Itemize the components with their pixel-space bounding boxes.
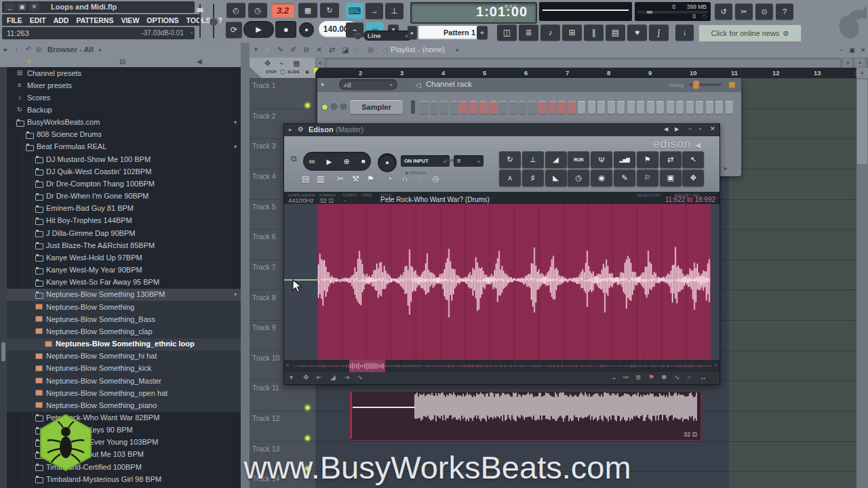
overview-right-arrow[interactable]: > [714,362,717,368]
back-icon[interactable]: ↶ [26,45,31,53]
fit-icon[interactable]: ↔ [700,373,707,381]
piano-roll-window-icon[interactable]: ♪ [540,24,560,41]
brush-icon[interactable]: ✐ [290,45,296,54]
channel-rack-window-icon[interactable]: ≣ [519,24,538,41]
zoom-icon[interactable]: ◎ [368,45,374,54]
wait-input-icon[interactable]: ◷ [248,3,267,18]
asterisk-icon[interactable]: ✱ [661,373,667,381]
playlist-close-button[interactable]: ✕ [859,46,867,54]
record-button[interactable]: ● [299,22,314,37]
countdown-arrow-icon[interactable]: → [366,3,383,19]
next-marker-icon[interactable]: ⇥ [344,373,349,381]
browser-item[interactable]: Neptunes-Blow Something_hi hat [7,350,241,363]
pan-icon[interactable]: ✥ [264,59,271,68]
browser-header-arrow[interactable]: ▸ [99,47,102,53]
browser-item[interactable]: Kanye West-My Year 90BPM [7,264,241,277]
stop-button[interactable]: ■ [275,21,296,38]
center-icon[interactable]: ⊥ [522,151,544,168]
expand-caret-icon[interactable]: ▾ [234,291,237,298]
menu-tools[interactable]: TOOLS [186,16,211,24]
step-button[interactable] [431,101,438,114]
browser-window-icon[interactable]: ⊞ [562,24,582,41]
browser-scrollbar-handle[interactable] [1,342,5,361]
cut-icon[interactable]: ✂ [735,3,753,20]
close-button[interactable]: ✕ [29,3,39,11]
pattern-prev-button[interactable]: ▸ [408,26,417,39]
step-button[interactable] [647,101,654,114]
step-button[interactable] [686,101,694,114]
convert-icon[interactable]: ⇄ [660,151,682,168]
step-button[interactable] [499,101,507,114]
step-button[interactable] [479,101,487,114]
overdub-icon[interactable]: ◴ [226,3,245,18]
browser-item[interactable]: ↻Backup [7,104,241,116]
playlist-menu-arrow[interactable]: ▸ [255,45,258,52]
playlist-window-icon[interactable]: ◫ [497,24,517,41]
undo-icon[interactable]: ↺ [715,3,732,20]
help-icon[interactable]: ? [776,3,793,20]
edison-title-bar[interactable]: ▸ ⚙ Edison (Master) ◀ ▶ − ▫ ✕ [284,124,719,136]
edison-wave-area[interactable] [284,204,719,360]
menu-file[interactable]: FILE [7,16,22,24]
snap-knob[interactable] [355,33,361,39]
time-display[interactable]: B:S:T 1:01:00 [410,2,537,24]
panel-divider[interactable] [241,43,250,488]
pencil-icon[interactable]: ✎ [277,45,283,54]
expand-caret-icon[interactable]: ▾ [234,144,237,150]
slip-icon[interactable]: ⇄ [329,45,335,54]
menu-edit[interactable]: EDIT [30,16,46,24]
step-button[interactable] [460,101,467,114]
step-button[interactable] [420,101,428,114]
plugin-picker-icon[interactable]: ♥ [627,24,647,41]
step-button[interactable] [597,101,605,114]
main-volume-handle[interactable] [197,8,203,12]
autoplay-icon[interactable]: ◀ [197,58,202,65]
pattern-selector[interactable]: Pattern 1 [418,26,482,39]
browser-item[interactable]: Hit Boy-Trophies 144BPM [7,215,241,227]
menu-view[interactable]: VIEW [121,16,139,24]
menu-options[interactable]: OPTIONS [146,16,178,24]
step-label[interactable]: STEP [266,70,277,74]
track-mute-led[interactable] [304,102,311,108]
scroll-option-button[interactable]: • [854,58,865,67]
browser-item[interactable]: Neptunes-Blow Something_open hat [7,387,241,399]
edison-maximize-button[interactable]: ▫ [699,125,701,132]
edison-close-button[interactable]: ✕ [710,125,715,132]
pedal-icon[interactable]: ⊥ [385,3,403,19]
browser-item[interactable]: BusyWorksBeats.com▾ [7,117,241,129]
marker-flag-icon[interactable]: ⚑ [648,373,654,381]
step-button[interactable] [726,101,733,114]
browser-item[interactable]: ♪Scores [7,92,241,104]
slide-label[interactable]: SLIDE [288,70,300,74]
step-button[interactable] [696,101,703,114]
equalize-icon[interactable]: ♯ [522,169,544,186]
playlist-restore-button[interactable]: ▣ [848,46,856,54]
step-button[interactable] [637,101,644,114]
step-radio[interactable]: ◯ [280,69,285,75]
browser-header-title[interactable]: Browser - All [47,45,93,54]
slice-icon[interactable]: ◪ [342,45,349,54]
rack-scroll-arrow[interactable]: ▸ [724,165,728,171]
curve-icon[interactable]: ⌁ [279,59,284,68]
fade-icon[interactable]: ◢ [330,373,336,381]
browser-item[interactable]: Neptunes-Blow Something [7,301,241,313]
browser-item[interactable]: ≡Mixer presets [7,79,241,92]
mute-icon[interactable]: ✕ [316,45,322,54]
browser-scrollbar[interactable] [0,67,7,488]
waveform-canvas[interactable] [317,204,711,360]
next-preset-icon[interactable]: ▶ [675,126,679,132]
browser-item[interactable]: ⊞Channel presets [7,67,241,79]
browser-item[interactable]: Neptunes-Blow Something_ethnic loop [7,338,241,350]
loop-record-icon[interactable]: ▦ [298,3,317,18]
smooth-icon[interactable]: ∿ [357,373,363,381]
browser-item[interactable]: Dr Dre-Compton Thang 100BPM [7,178,241,190]
edison-overview-bar[interactable]: < > [284,360,719,372]
browser-item[interactable]: Dr Dre-When I'm Gone 90BPM [7,190,241,203]
browser-item[interactable]: Just Blaze-The A&Rchist 85BPM [7,239,241,251]
snap-selector[interactable]: Line ▸ [363,30,412,41]
step-button[interactable] [588,101,595,114]
playlist-grid-teal[interactable] [729,78,856,488]
browser-item[interactable]: Neptunes-Blow Something_piano [7,399,241,411]
scroll-up-button[interactable]: ∧ [856,68,868,78]
step-button[interactable] [627,101,635,114]
